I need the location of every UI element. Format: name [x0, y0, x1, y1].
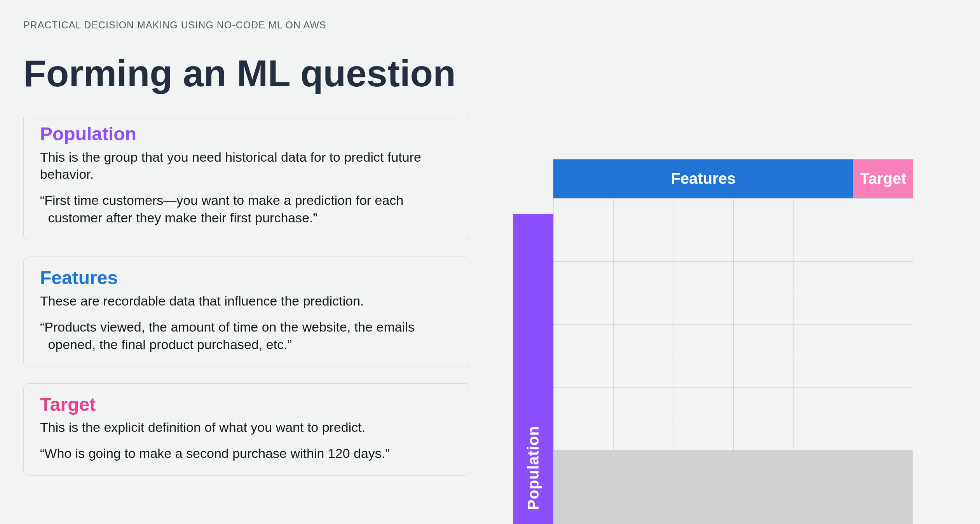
diagram-cell: [853, 230, 913, 261]
diagram-cell: [614, 230, 673, 261]
diagram-side-column: Population: [513, 198, 553, 524]
diagram-cell: [554, 388, 613, 419]
card-target: Target This is the explicit definition o…: [23, 383, 470, 476]
diagram-cell: [673, 262, 733, 293]
diagram-cell: [673, 293, 733, 324]
diagram-header-row: Features Target: [553, 159, 913, 198]
diagram-cell: [673, 356, 733, 387]
diagram-cell: [673, 325, 733, 356]
diagram-cell: [853, 293, 913, 324]
data-table-diagram: Features Target Population: [513, 159, 913, 524]
diagram-cell: [734, 262, 793, 293]
diagram-cell: [673, 419, 733, 450]
diagram-cell: [614, 388, 673, 419]
diagram-cell: [673, 230, 733, 261]
definition-cards: Population This is the group that you ne…: [23, 113, 470, 476]
diagram-cell: [793, 419, 853, 450]
diagram-cell: [793, 262, 853, 293]
diagram-cell: [853, 325, 913, 356]
diagram-cell: [614, 325, 673, 356]
diagram-cell: [793, 293, 853, 324]
diagram-cell: [554, 293, 613, 324]
diagram-features-header: Features: [553, 159, 853, 198]
diagram-cell: [734, 356, 793, 387]
card-population-desc: This is the group that you need historic…: [40, 148, 453, 183]
diagram-cell: [793, 230, 853, 261]
slide: PRACTICAL DECISION MAKING USING NO-CODE …: [0, 0, 980, 524]
diagram-cell: [554, 230, 613, 261]
course-eyebrow: PRACTICAL DECISION MAKING USING NO-CODE …: [23, 19, 949, 31]
diagram-cell: [614, 419, 673, 450]
diagram-cell: [554, 419, 613, 450]
diagram-cell: [554, 325, 613, 356]
diagram-cell: [853, 262, 913, 293]
slide-title: Forming an ML question: [23, 54, 949, 93]
diagram-cell: [793, 199, 853, 230]
diagram-cell: [793, 325, 853, 356]
diagram-grid: [553, 198, 913, 524]
diagram-cell: [853, 356, 913, 387]
diagram-cell: [734, 293, 793, 324]
diagram-cell: [734, 325, 793, 356]
diagram-cell: [614, 293, 673, 324]
diagram-target-header: Target: [853, 159, 913, 198]
diagram-cell: [554, 199, 613, 230]
diagram-cell: [554, 356, 613, 387]
diagram-cell: [793, 388, 853, 419]
diagram-cell: [734, 230, 793, 261]
diagram-cell: [853, 419, 913, 450]
diagram-cell: [734, 388, 793, 419]
diagram-cell: [614, 356, 673, 387]
card-target-quote: “Who is going to make a second purchase …: [40, 445, 453, 462]
diagram-cell: [673, 199, 733, 230]
card-features-heading: Features: [40, 268, 453, 288]
diagram-cell: [554, 262, 613, 293]
diagram-cell: [614, 262, 673, 293]
card-target-heading: Target: [40, 395, 453, 415]
slide-content: Population This is the group that you ne…: [23, 113, 949, 524]
diagram-population-label: Population: [513, 214, 553, 524]
card-population-heading: Population: [40, 124, 453, 145]
diagram-cell: [853, 199, 913, 230]
diagram-corner-spacer: [513, 159, 553, 198]
diagram-cell: [793, 356, 853, 387]
diagram-cell: [734, 199, 793, 230]
card-features: Features These are recordable data that …: [23, 257, 470, 367]
card-target-desc: This is the explicit definition of what …: [40, 419, 453, 436]
diagram-cell: [734, 419, 793, 450]
diagram-cell: [673, 388, 733, 419]
diagram-cell: [614, 199, 673, 230]
card-population-quote: “First time customers—you want to make a…: [40, 192, 453, 227]
diagram-cell: [853, 388, 913, 419]
card-population: Population This is the group that you ne…: [23, 113, 470, 240]
card-features-quote: “Products viewed, the amount of time on …: [40, 318, 453, 353]
card-features-desc: These are recordable data that influence…: [40, 292, 453, 310]
